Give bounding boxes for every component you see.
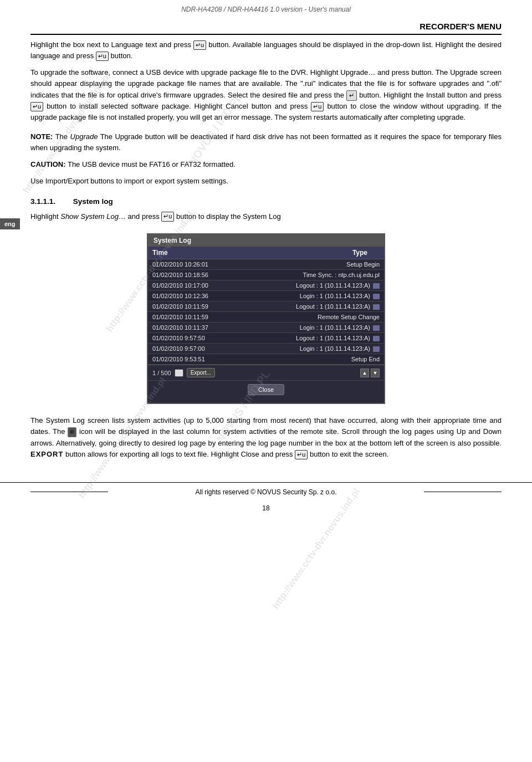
page-enter-icon: ↵: [175, 369, 183, 377]
system-log-description: The System Log screen lists system activ…: [30, 415, 502, 460]
system-log-container: System Log Time Type 01/02/2010 10:26:01…: [30, 233, 502, 405]
ok-button-icon-4: ↵u: [311, 102, 324, 111]
remote-icon: [373, 304, 380, 310]
log-time-cell: 01/02/2010 9:57:50: [148, 333, 245, 344]
log-type-cell: Logout : 1 (10.11.14.123:A): [245, 301, 384, 311]
ok-button-icon-5: ↵u: [161, 212, 174, 221]
log-time-cell: 01/02/2010 10:18:56: [148, 269, 245, 280]
page-header: NDR-HA4208 / NDR-HA4416 1.0 version - Us…: [0, 0, 532, 13]
table-row: 01/02/2010 10:18:56Time Sync. : ntp.ch.u…: [148, 269, 384, 280]
log-type-cell: Setup End: [245, 354, 384, 365]
col-time: Time: [148, 247, 245, 259]
log-type-cell: Logout : 1 (10.11.14.123:A): [245, 280, 384, 290]
section-title: RECORDER'S MENU: [30, 22, 502, 35]
ok-button-icon-2: ↵u: [96, 52, 109, 61]
log-table: Time Type 01/02/2010 10:26:01Setup Begin…: [148, 247, 384, 365]
footer-wrapper: All rights reserved © NOVUS Security Sp.…: [0, 482, 532, 520]
enter-key-icon-1: ↵: [346, 90, 357, 101]
table-row: 01/02/2010 9:57:00Login : 1 (10.11.14.12…: [148, 344, 384, 354]
table-row: 01/02/2010 10:11:59Remote Setup Change: [148, 311, 384, 322]
log-nav-arrows: ▲ ▼: [360, 369, 380, 377]
log-type-cell: Setup Begin: [245, 259, 384, 269]
log-time-cell: 01/02/2010 9:57:00: [148, 344, 245, 354]
log-type-cell: Login : 1 (10.11.14.123:A): [245, 290, 384, 301]
log-time-cell: 01/02/2010 9:53:51: [148, 354, 245, 365]
install-text: button to install: [47, 102, 101, 110]
language-tab: eng: [0, 218, 20, 229]
nav-up-arrow[interactable]: ▲: [360, 369, 369, 377]
table-row: 01/02/2010 9:53:51Setup End: [148, 354, 384, 365]
log-time-cell: 01/02/2010 10:26:01: [148, 259, 245, 269]
export-uppercase-label: EXPORT: [30, 450, 63, 458]
import-export-text: Use Import/Export buttons to import or e…: [30, 176, 502, 187]
log-type-cell: Time Sync. : ntp.ch.uj.edu.pl: [245, 269, 384, 280]
ok-button-icon-6: ↵u: [295, 450, 308, 459]
log-footer: 1 / 500 ↵ Export... ▲ ▼: [148, 365, 384, 380]
remote-icon: [373, 336, 380, 341]
footer-line-right: [424, 492, 502, 492]
table-row: 01/02/2010 9:57:50Logout : 1 (10.11.14.1…: [148, 333, 384, 344]
remote-icon: [373, 325, 380, 331]
monitor-icon: ⊞: [68, 427, 76, 437]
col-type: Type: [245, 247, 384, 259]
ok-button-icon-1: ↵u: [193, 40, 206, 50]
ok-button-icon-3: ↵u: [30, 102, 43, 111]
table-row: 01/02/2010 10:17:00Logout : 1 (10.11.14.…: [148, 280, 384, 290]
system-log-intro: Highlight Show System Log… and press ↵u …: [30, 211, 502, 222]
content-area: eng RECORDER'S MENU Highlight the box ne…: [0, 13, 532, 460]
page-number: 18: [0, 502, 532, 520]
paragraph-upgrade: To upgrade the software, connect a USB d…: [30, 67, 502, 123]
table-row: 01/02/2010 10:11:59Logout : 1 (10.11.14.…: [148, 301, 384, 311]
log-time-cell: 01/02/2010 10:11:59: [148, 311, 245, 322]
footer-line-left: [30, 492, 108, 492]
remote-icon: [373, 346, 380, 352]
remote-icon: [373, 294, 380, 299]
log-time-cell: 01/02/2010 10:12:36: [148, 290, 245, 301]
log-time-cell: 01/02/2010 10:17:00: [148, 280, 245, 290]
subsection-heading: 3.1.1.1. System log: [30, 197, 502, 206]
note-section: NOTE: The Upgrade The Upgrade button wil…: [30, 131, 502, 187]
paragraph-language: Highlight the box next to Language text …: [30, 39, 502, 62]
table-row: 01/02/2010 10:11:37Login : 1 (10.11.14.1…: [148, 322, 384, 333]
log-time-cell: 01/02/2010 10:11:37: [148, 322, 245, 333]
log-time-cell: 01/02/2010 10:11:59: [148, 301, 245, 311]
caution-label: CAUTION:: [30, 160, 66, 168]
page-container: http://www.cctv-dvr.novus.ind.pl http://…: [0, 0, 532, 762]
log-page-info: 1 / 500: [152, 370, 171, 376]
log-type-cell: Logout : 1 (10.11.14.123:A): [245, 333, 384, 344]
remote-icon: [373, 283, 380, 289]
nav-down-arrow[interactable]: ▼: [371, 369, 380, 377]
note-label: NOTE:: [30, 132, 53, 141]
footer-area: All rights reserved © NOVUS Security Sp.…: [0, 482, 532, 502]
table-row: 01/02/2010 10:26:01Setup Begin: [148, 259, 384, 269]
system-log-title: System Log: [148, 234, 384, 247]
export-button[interactable]: Export...: [187, 368, 215, 377]
log-type-cell: Login : 1 (10.11.14.123:A): [245, 344, 384, 354]
footer-copyright: All rights reserved © NOVUS Security Sp.…: [108, 488, 424, 496]
table-row: 01/02/2010 10:12:36Login : 1 (10.11.14.1…: [148, 290, 384, 301]
system-log-box: System Log Time Type 01/02/2010 10:26:01…: [147, 233, 385, 405]
close-button[interactable]: Close: [248, 384, 284, 395]
header-title: NDR-HA4208 / NDR-HA4416 1.0 version - Us…: [181, 6, 351, 13]
log-type-cell: Remote Setup Change: [245, 311, 384, 322]
log-type-cell: Login : 1 (10.11.14.123:A): [245, 322, 384, 333]
